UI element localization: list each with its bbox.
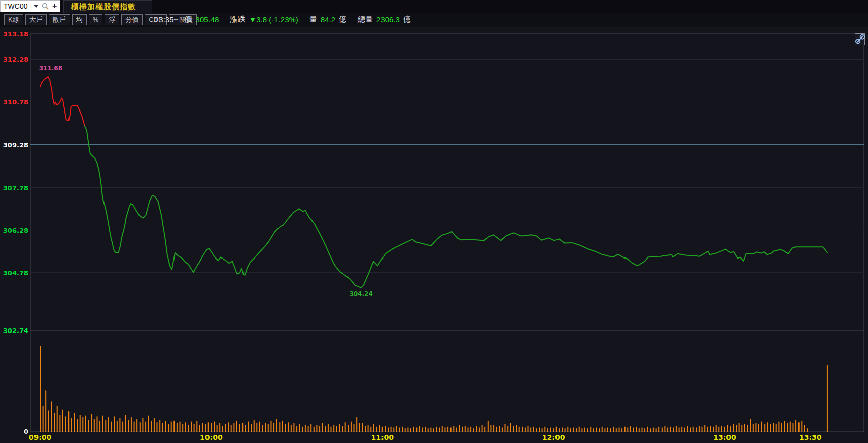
x-axis-label-0900: 09:00 xyxy=(29,433,52,441)
price-line-below-prev-close xyxy=(85,126,827,288)
x-axis-label-1200: 12:00 xyxy=(542,433,565,441)
chart-frame xyxy=(30,34,864,432)
x-axis-label-1100: 11:00 xyxy=(371,433,394,441)
y-axis-label: 313.18 xyxy=(3,30,28,38)
y-axis-label: 306.28 xyxy=(3,227,28,234)
volume-value: 84.2 xyxy=(321,15,335,24)
tab-label: 櫃檯加權股價指數 xyxy=(71,2,136,12)
price-label: 價 xyxy=(185,15,192,24)
toolbar-button-retail[interactable]: 散戶 xyxy=(49,14,70,25)
y-axis-label: 312.28 xyxy=(3,56,28,63)
intraday-chart: 313.18312.28310.78309.28307.78306.28304.… xyxy=(0,0,868,443)
title-row: + 櫃檯加權股價指數 xyxy=(0,0,868,13)
y-axis-label: 310.78 xyxy=(3,98,28,106)
y-axis-label: 304.78 xyxy=(3,269,28,277)
total-volume-value: 2306.3 xyxy=(376,15,400,24)
total-volume-label: 總量 xyxy=(358,15,373,24)
session-high-label: 311.68 xyxy=(39,65,62,72)
toolbar-row: K線大戶散戶均%浮分價CDP三關價 13:35 價 305.48 漲跌 ▼3.8… xyxy=(0,13,868,27)
symbol-search-box[interactable]: + xyxy=(0,0,60,12)
x-axis-label-1300: 13:00 xyxy=(713,433,736,441)
search-icon[interactable] xyxy=(41,2,49,10)
tab-index-name[interactable]: 櫃檯加權股價指數 xyxy=(63,0,152,13)
toolbar-button-price-dist[interactable]: 分價 xyxy=(121,14,143,25)
toolbar-button-percent[interactable]: % xyxy=(89,14,103,25)
quote-time: 13:35 xyxy=(155,15,174,24)
volume-bars xyxy=(40,346,828,432)
x-axis-label-1330: 13:30 xyxy=(799,433,822,441)
toolbar-button-big-traders[interactable]: 大戶 xyxy=(25,14,47,25)
change-label: 漲跌 xyxy=(230,15,245,24)
total-volume-unit: 億 xyxy=(403,15,411,24)
toolbar-button-kline[interactable]: K線 xyxy=(4,14,23,25)
status-line: 13:35 價 305.48 漲跌 ▼3.8 (-1.23%) 量 84.2 億… xyxy=(155,15,411,24)
session-low-label: 304.24 xyxy=(349,290,372,298)
volume-unit: 億 xyxy=(339,15,346,24)
volume-zero-label: 0 xyxy=(24,428,28,435)
add-symbol-button[interactable]: + xyxy=(50,1,59,11)
change-value: ▼3.8 (-1.23%) xyxy=(249,15,298,24)
app-window: 313.18312.28310.78309.28307.78306.28304.… xyxy=(0,0,868,443)
y-axis-label: 307.78 xyxy=(3,184,28,192)
toolbar-button-float[interactable]: 浮 xyxy=(105,14,119,25)
toolbar-button-average[interactable]: 均 xyxy=(72,14,87,25)
y-axis-label: 309.28 xyxy=(3,141,28,149)
price-line-above-prev-close xyxy=(40,77,85,126)
volume-label: 量 xyxy=(309,15,317,24)
dropdown-caret-icon[interactable] xyxy=(34,5,38,8)
symbol-input[interactable] xyxy=(1,1,34,11)
x-axis-label-1000: 10:00 xyxy=(200,433,223,441)
price-value: 305.48 xyxy=(196,15,219,24)
y-axis-label: 302.74 xyxy=(3,327,28,335)
link-button[interactable] xyxy=(855,34,865,45)
